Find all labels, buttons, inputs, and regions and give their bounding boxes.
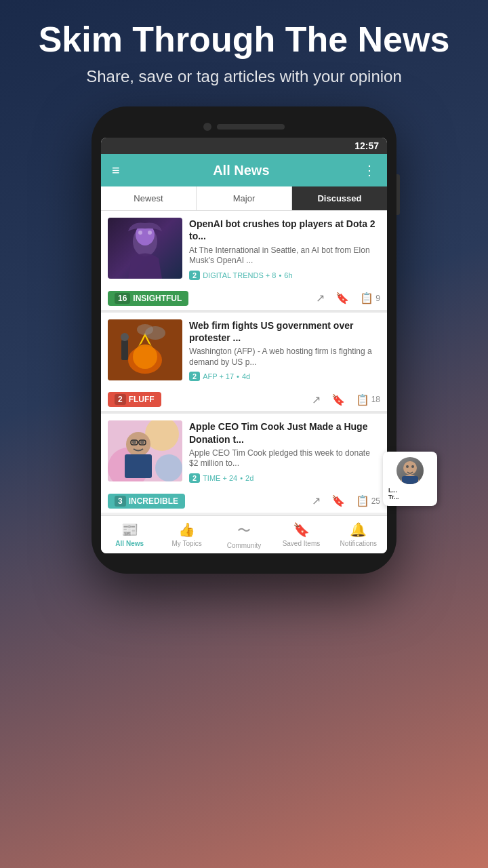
bottom-nav: 📰 All News 👍 My Topics 〜 Community 🔖 Sav… [101,515,387,553]
news-text-1: OpenAI bot crushes top players at Dota 2… [189,218,380,280]
app-header: ≡ All News ⋮ [101,154,387,186]
reaction-label-2: FLUFF [129,395,155,404]
source-name-2: AFP + 17 [203,372,234,380]
clock: 12:57 [354,140,379,151]
news-list: OpenAI bot crushes top players at Dota 2… [101,211,387,513]
tab-discussed[interactable]: Discussed [292,186,387,210]
reaction-label-3: INCREDIBLE [129,496,178,506]
phone-top-bar [101,119,387,138]
nav-all-news-label: All News [115,540,144,547]
comment-count-2: 18 [371,395,380,404]
speaker-grille [217,124,285,130]
comment-button-3[interactable]: 📋 25 [356,494,380,507]
source-name-1: DIGITAL TRENDS + 8 [203,271,276,279]
news-headline-1: OpenAI bot crushes top players at Dota 2… [189,218,380,242]
reaction-badge-1[interactable]: 16 INSIGHTFUL [108,291,188,306]
phone-mockup: 12:57 ≡ All News ⋮ Newest Major Discusse… [92,106,396,574]
status-bar: 12:57 [101,138,387,154]
reaction-badge-2[interactable]: 2 FLUFF [108,392,161,407]
comment-button-2[interactable]: 📋 18 [356,393,380,406]
reaction-count-2: 2 [115,394,126,405]
news-item-3[interactable]: Apple CEO Tim Cook Just Made a Huge Dona… [101,414,387,513]
nav-saved-items[interactable]: 🔖 Saved Items [272,521,329,549]
peek-text: L...Tr... [388,487,432,500]
bookmark-button-3[interactable]: 🔖 [331,494,345,507]
news-snippet-3: Apple CEO Tim Cook pledged this week to … [189,448,380,469]
share-button-3[interactable]: ↗ [312,494,321,507]
comment-icon-3: 📋 [356,494,369,507]
nav-my-topics-label: My Topics [171,540,201,547]
bookmark-button-2[interactable]: 🔖 [331,393,345,406]
phone-screen: 12:57 ≡ All News ⋮ Newest Major Discusse… [101,138,387,553]
share-button-2[interactable]: ↗ [312,393,321,406]
source-badge-3: 2 [189,473,200,483]
news-item-1[interactable]: OpenAI bot crushes top players at Dota 2… [101,211,387,310]
news-image-3 [108,420,182,481]
source-name-3: TIME + 24 [203,474,237,482]
promo-header: Skim Through The News Share, save or tag… [12,0,477,100]
svg-rect-17 [125,454,152,478]
news-footer-3: 3 INCREDIBLE ↗ 🔖 📋 25 [101,490,387,513]
news-snippet-2: Washington (AFP) - A web hosting firm is… [189,347,380,368]
nav-all-news-icon: 📰 [121,521,138,538]
nav-saved-items-label: Saved Items [283,540,321,547]
tab-newest[interactable]: Newest [101,186,197,210]
news-image-2 [108,319,182,380]
dot-1: • [279,271,281,279]
comment-button-1[interactable]: 📋 9 [360,292,380,304]
svg-point-26 [411,465,414,468]
nav-notifications[interactable]: 🔔 Notifications [330,521,387,549]
time-2: 4d [242,372,250,380]
svg-point-3 [148,231,152,235]
dot-3: • [240,474,243,482]
svg-point-18 [132,440,136,444]
nav-notifications-label: Notifications [340,540,377,547]
nav-community-icon: 〜 [237,521,251,540]
svg-point-19 [140,440,144,444]
svg-point-24 [403,461,417,475]
nav-my-topics[interactable]: 👍 My Topics [158,521,215,549]
hamburger-icon[interactable]: ≡ [112,163,120,178]
news-headline-2: Web firm fights US government over prote… [189,319,380,344]
nav-my-topics-icon: 👍 [178,521,195,538]
peek-card: L...Tr... [383,452,437,506]
svg-point-16 [126,432,150,456]
sort-tabs: Newest Major Discussed [101,186,387,211]
svg-point-2 [138,231,142,235]
bookmark-button-1[interactable]: 🔖 [336,292,349,304]
action-buttons-2: ↗ 🔖 📋 18 [312,393,380,406]
app-header-title: All News [213,163,269,178]
dot-2: • [237,372,239,380]
promo-title: Skim Through The News [39,20,450,59]
tab-major[interactable]: Major [197,186,292,210]
news-image-1 [108,218,182,279]
comment-count-3: 25 [371,496,380,506]
time-1: 6h [284,271,292,279]
nav-community[interactable]: 〜 Community [216,521,272,549]
peek-avatar [396,457,424,484]
news-meta-2: 2 AFP + 17 • 4d [189,372,380,381]
news-text-2: Web firm fights US government over prote… [189,319,380,382]
news-footer-2: 2 FLUFF ↗ 🔖 📋 18 [101,388,387,411]
svg-rect-8 [121,340,128,360]
comment-icon-1: 📋 [360,292,373,304]
promo-subtitle: Share, save or tag articles with your op… [39,67,450,86]
reaction-badge-3[interactable]: 3 INCREDIBLE [108,494,185,509]
news-item-2[interactable]: Web firm fights US government over prote… [101,313,387,412]
volume-button [396,174,400,215]
share-button-1[interactable]: ↗ [316,292,325,304]
comment-count-1: 9 [375,294,380,303]
news-text-3: Apple CEO Tim Cook Just Made a Huge Dona… [189,420,380,483]
front-camera [203,123,211,131]
svg-point-15 [155,454,182,481]
svg-rect-27 [402,476,418,484]
svg-point-25 [406,465,409,468]
comment-icon-2: 📋 [356,393,369,406]
nav-community-label: Community [227,542,262,549]
nav-all-news[interactable]: 📰 All News [101,521,158,549]
svg-point-9 [121,333,129,341]
more-options-icon[interactable]: ⋮ [363,162,376,178]
reaction-count-1: 16 [115,293,130,304]
time-3: 2d [245,474,253,482]
nav-notifications-icon: 🔔 [350,521,367,538]
